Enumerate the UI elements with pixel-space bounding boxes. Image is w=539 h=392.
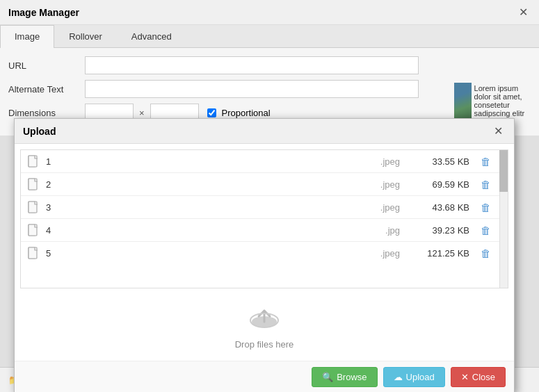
file-item: 4 .jpg 39.23 KB 🗑 — [21, 219, 508, 242]
file-size: 33.55 KB — [414, 156, 469, 167]
file-delete-button[interactable]: 🗑 — [478, 202, 494, 213]
file-type: .jpeg — [365, 156, 400, 167]
file-delete-button[interactable]: 🗑 — [478, 156, 494, 168]
alt-text-row: Alternate Text — [8, 80, 531, 98]
tab-advanced[interactable]: Advanced — [117, 25, 186, 47]
file-list: 1 .jpeg 33.55 KB 🗑 2 .jpeg 69.59 KB 🗑 — [20, 149, 508, 288]
dim-separator: × — [136, 108, 147, 118]
tab-rollover[interactable]: Rollover — [54, 25, 117, 47]
url-label: URL — [8, 60, 85, 71]
file-type: .jpeg — [365, 179, 400, 190]
svg-rect-5 — [29, 202, 37, 213]
file-delete-button[interactable]: 🗑 — [478, 179, 494, 190]
proportional-label: Proportional — [222, 108, 271, 118]
file-type: .jpeg — [365, 248, 400, 259]
upload-body: 1 .jpeg 33.55 KB 🗑 2 .jpeg 69.59 KB 🗑 — [15, 149, 514, 361]
drop-text: Drop files here — [235, 339, 294, 350]
drop-icon — [249, 305, 280, 336]
file-icon — [26, 223, 40, 237]
file-type: .jpg — [365, 225, 400, 236]
browse-label: Browse — [337, 372, 367, 382]
dimensions-label: Dimensions — [8, 108, 85, 118]
image-manager-close-button[interactable]: ✕ — [516, 6, 531, 19]
svg-rect-1 — [29, 156, 37, 167]
file-name: 4 — [46, 225, 365, 236]
url-row: URL — [8, 56, 531, 74]
upload-title: Upload — [23, 126, 56, 137]
file-rows-container: 1 .jpeg 33.55 KB 🗑 2 .jpeg 69.59 KB 🗑 — [21, 150, 508, 264]
svg-rect-3 — [29, 179, 37, 190]
upload-close-button[interactable]: ✕ — [491, 124, 506, 138]
file-icon — [26, 246, 40, 260]
upload-label: Upload — [406, 372, 435, 382]
svg-rect-7 — [29, 224, 37, 236]
close-label: Close — [472, 372, 495, 382]
proportional-checkbox[interactable] — [207, 108, 216, 117]
tab-image[interactable]: Image — [0, 25, 54, 48]
close-button[interactable]: ✕ Close — [451, 367, 506, 387]
browse-button[interactable]: 🔍 Browse — [312, 367, 377, 387]
file-item: 5 .jpeg 121.25 KB 🗑 — [21, 242, 508, 264]
upload-titlebar: Upload ✕ — [15, 119, 514, 144]
file-name: 1 — [46, 156, 365, 167]
file-icon — [26, 154, 40, 168]
file-name: 3 — [46, 202, 365, 213]
alt-text-input[interactable] — [85, 80, 419, 98]
upload-button[interactable]: ☁ Upload — [383, 367, 445, 387]
image-manager-titlebar: Image Manager ✕ — [0, 0, 539, 25]
scrollbar-thumb[interactable] — [499, 150, 508, 192]
upload-icon: ☁ — [394, 372, 403, 382]
drop-zone[interactable]: Drop files here — [15, 294, 514, 361]
scrollbar-track[interactable] — [499, 150, 508, 288]
file-item: 3 .jpeg 43.68 KB 🗑 — [21, 196, 508, 219]
browse-icon: 🔍 — [322, 372, 333, 382]
alt-text-label: Alternate Text — [8, 84, 85, 95]
upload-dialog: Upload ✕ 1 .jpeg 33.55 KB 🗑 — [14, 118, 515, 392]
file-name: 5 — [46, 248, 365, 259]
file-item: 1 .jpeg 33.55 KB 🗑 — [21, 150, 508, 173]
file-size: 69.59 KB — [414, 179, 469, 190]
file-icon — [26, 177, 40, 191]
file-delete-button[interactable]: 🗑 — [478, 247, 494, 259]
file-delete-button[interactable]: 🗑 — [478, 224, 494, 236]
svg-rect-9 — [29, 247, 37, 259]
image-manager-title: Image Manager — [8, 7, 79, 18]
file-item: 2 .jpeg 69.59 KB 🗑 — [21, 173, 508, 196]
file-name: 2 — [46, 179, 365, 190]
close-icon: ✕ — [461, 372, 469, 382]
file-icon — [26, 200, 40, 214]
upload-footer: 🔍 Browse ☁ Upload ✕ Close — [15, 361, 514, 392]
image-manager-tabs: Image Rollover Advanced — [0, 25, 539, 48]
file-size: 121.25 KB — [414, 248, 469, 259]
file-type: .jpeg — [365, 202, 400, 213]
file-size: 39.23 KB — [414, 225, 469, 236]
file-size: 43.68 KB — [414, 202, 469, 213]
url-input[interactable] — [85, 56, 419, 74]
